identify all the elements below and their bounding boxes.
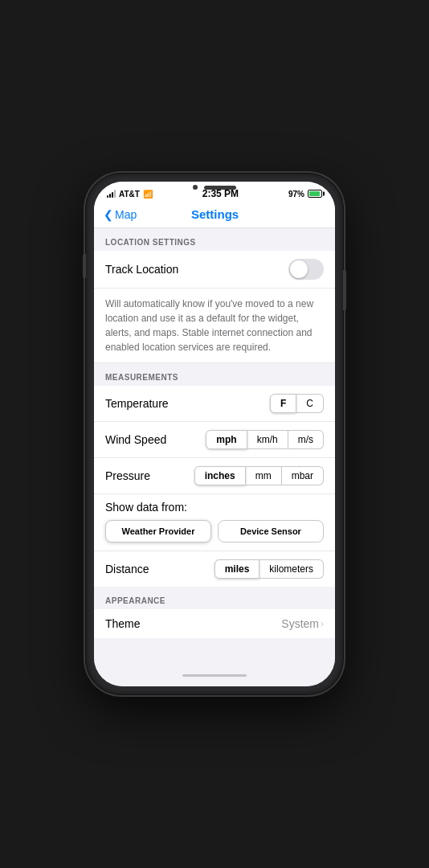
appearance-section-header: APPEARANCE	[94, 587, 335, 609]
carrier-label: AT&T	[119, 190, 140, 199]
distance-row: Distance miles kilometers	[94, 551, 335, 587]
wind-mph-button[interactable]: mph	[206, 430, 247, 449]
status-time: 2:35 PM	[202, 188, 239, 199]
wind-ms-button[interactable]: m/s	[288, 430, 324, 449]
distance-control[interactable]: miles kilometers	[214, 559, 324, 579]
pressure-control[interactable]: inches mm mbar	[194, 466, 324, 485]
measurements-card: Temperature F C Wind Speed mph km/h m/s	[94, 386, 335, 587]
phone-frame: AT&T 📶 2:35 PM 97% ❮ Map Settings	[86, 174, 343, 694]
home-indicator	[94, 664, 335, 686]
weather-provider-button[interactable]: Weather Provider	[105, 520, 211, 542]
pressure-label: Pressure	[105, 469, 150, 482]
pressure-mm-button[interactable]: mm	[246, 466, 282, 485]
battery-pct-label: 97%	[288, 190, 304, 199]
pressure-row: Pressure inches mm mbar	[94, 458, 335, 494]
distance-miles-button[interactable]: miles	[214, 559, 260, 579]
distance-label: Distance	[105, 563, 149, 575]
distance-km-button[interactable]: kilometers	[259, 559, 324, 579]
page-title: Settings	[137, 207, 293, 221]
track-location-row: Track Location	[94, 251, 335, 288]
theme-row[interactable]: Theme System ›	[94, 609, 335, 638]
device-sensor-button[interactable]: Device Sensor	[218, 520, 324, 542]
status-right: 97%	[288, 190, 322, 199]
temperature-label: Temperature	[105, 397, 169, 410]
data-source-buttons: Weather Provider Device Sensor	[94, 517, 335, 551]
battery-icon	[308, 190, 322, 198]
chevron-left-icon: ❮	[104, 208, 113, 221]
theme-label: Theme	[105, 617, 141, 630]
toggle-knob	[290, 260, 308, 278]
wind-kmh-button[interactable]: km/h	[247, 430, 288, 449]
settings-content: LOCATION SETTINGS Track Location Will au…	[94, 228, 335, 664]
location-description: Will automatically know if you've moved …	[105, 297, 324, 354]
wind-speed-row: Wind Speed mph km/h m/s	[94, 422, 335, 458]
temperature-control[interactable]: F C	[270, 394, 324, 413]
pressure-mbar-button[interactable]: mbar	[282, 466, 324, 485]
back-label: Map	[115, 208, 137, 221]
chevron-right-icon: ›	[321, 618, 324, 629]
measurements-section-header: MEASUREMENTS	[94, 363, 335, 386]
front-camera-area	[193, 185, 236, 190]
wind-speed-label: Wind Speed	[105, 433, 166, 446]
theme-current-value: System	[281, 617, 319, 630]
location-description-card: Will automatically know if you've moved …	[94, 288, 335, 363]
status-left: AT&T 📶	[107, 190, 153, 199]
location-card: Track Location	[94, 251, 335, 288]
signal-icon	[107, 190, 116, 198]
wind-speed-control[interactable]: mph km/h m/s	[206, 430, 324, 449]
navigation-bar: ❮ Map Settings	[94, 203, 335, 228]
home-bar	[182, 674, 247, 677]
location-section-header: LOCATION SETTINGS	[94, 228, 335, 251]
temp-c-button[interactable]: C	[296, 394, 324, 413]
pressure-inches-button[interactable]: inches	[194, 466, 246, 485]
wifi-icon: 📶	[143, 190, 153, 199]
temp-f-button[interactable]: F	[270, 394, 296, 413]
back-button[interactable]: ❮ Map	[104, 208, 137, 221]
show-data-from-label: Show data from:	[94, 494, 335, 517]
appearance-card: Theme System ›	[94, 609, 335, 638]
earpiece-speaker	[204, 186, 236, 190]
phone-screen: AT&T 📶 2:35 PM 97% ❮ Map Settings	[94, 182, 335, 686]
camera-lens	[193, 185, 198, 190]
temperature-row: Temperature F C	[94, 386, 335, 422]
track-location-toggle[interactable]	[288, 259, 324, 280]
theme-value-area: System ›	[281, 617, 324, 630]
track-location-label: Track Location	[105, 263, 178, 276]
